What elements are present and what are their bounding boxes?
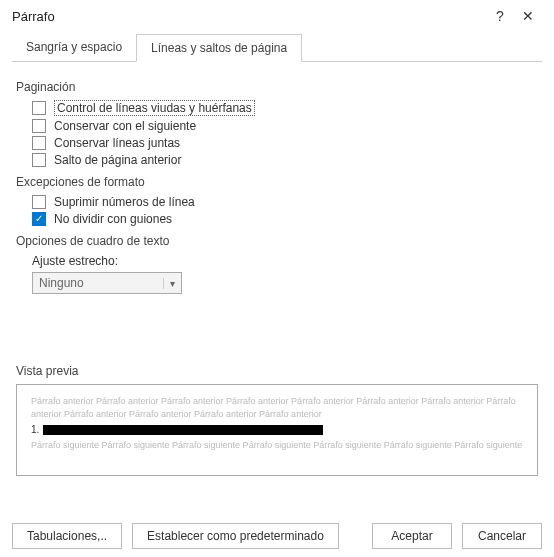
- keep-next-checkbox[interactable]: [32, 119, 46, 133]
- preview-current-line: 1.: [31, 424, 523, 435]
- suppress-lines-label: Suprimir números de línea: [54, 195, 195, 209]
- suppress-lines-row[interactable]: Suprimir números de línea: [32, 195, 538, 209]
- titlebar: Párrafo ? ✕: [0, 0, 554, 28]
- ok-button[interactable]: Aceptar: [372, 523, 452, 549]
- pagination-label: Paginación: [16, 80, 538, 94]
- preview-redacted-bar: [43, 425, 323, 435]
- no-hyphen-checkbox[interactable]: [32, 212, 46, 226]
- tight-wrap-select[interactable]: Ninguno ▾: [32, 272, 182, 294]
- chevron-down-icon: ▾: [163, 278, 175, 289]
- keep-lines-checkbox[interactable]: [32, 136, 46, 150]
- tabs-button[interactable]: Tabulaciones,..: [12, 523, 122, 549]
- widow-orphan-label: Control de líneas viudas y huérfanas: [54, 100, 255, 116]
- formatting-label: Excepciones de formato: [16, 175, 538, 189]
- keep-lines-row[interactable]: Conservar líneas juntas: [32, 136, 538, 150]
- content-area: Paginación Control de líneas viudas y hu…: [0, 62, 554, 476]
- suppress-lines-checkbox[interactable]: [32, 195, 46, 209]
- tab-bar: Sangría y espacio Líneas y saltos de pág…: [12, 34, 542, 62]
- page-break-checkbox[interactable]: [32, 153, 46, 167]
- preview-number: 1.: [31, 424, 39, 435]
- set-default-button[interactable]: Establecer como predeterminado: [132, 523, 339, 549]
- no-hyphen-label: No dividir con guiones: [54, 212, 172, 226]
- close-button[interactable]: ✕: [514, 8, 542, 24]
- preview-label: Vista previa: [16, 364, 538, 378]
- tab-line-page-breaks[interactable]: Líneas y saltos de página: [136, 34, 302, 62]
- keep-next-label: Conservar con el siguiente: [54, 119, 196, 133]
- help-button[interactable]: ?: [486, 8, 514, 24]
- textbox-options-label: Opciones de cuadro de texto: [16, 234, 538, 248]
- tight-wrap-label: Ajuste estrecho:: [32, 254, 538, 268]
- dialog-title: Párrafo: [12, 9, 486, 24]
- tight-wrap-value: Ninguno: [39, 276, 84, 290]
- page-break-row[interactable]: Salto de página anterior: [32, 153, 538, 167]
- widow-orphan-row[interactable]: Control de líneas viudas y huérfanas: [32, 100, 538, 116]
- keep-lines-label: Conservar líneas juntas: [54, 136, 180, 150]
- no-hyphen-row[interactable]: No dividir con guiones: [32, 212, 538, 226]
- page-break-label: Salto de página anterior: [54, 153, 181, 167]
- cancel-button[interactable]: Cancelar: [462, 523, 542, 549]
- preview-before-text: Párrafo anterior Párrafo anterior Párraf…: [31, 395, 523, 420]
- keep-next-row[interactable]: Conservar con el siguiente: [32, 119, 538, 133]
- tab-indent-spacing[interactable]: Sangría y espacio: [12, 34, 136, 61]
- preview-after-text: Párrafo siguiente Párrafo siguiente Párr…: [31, 439, 523, 452]
- preview-box: Párrafo anterior Párrafo anterior Párraf…: [16, 384, 538, 476]
- footer: Tabulaciones,.. Establecer como predeter…: [0, 523, 554, 549]
- widow-orphan-checkbox[interactable]: [32, 101, 46, 115]
